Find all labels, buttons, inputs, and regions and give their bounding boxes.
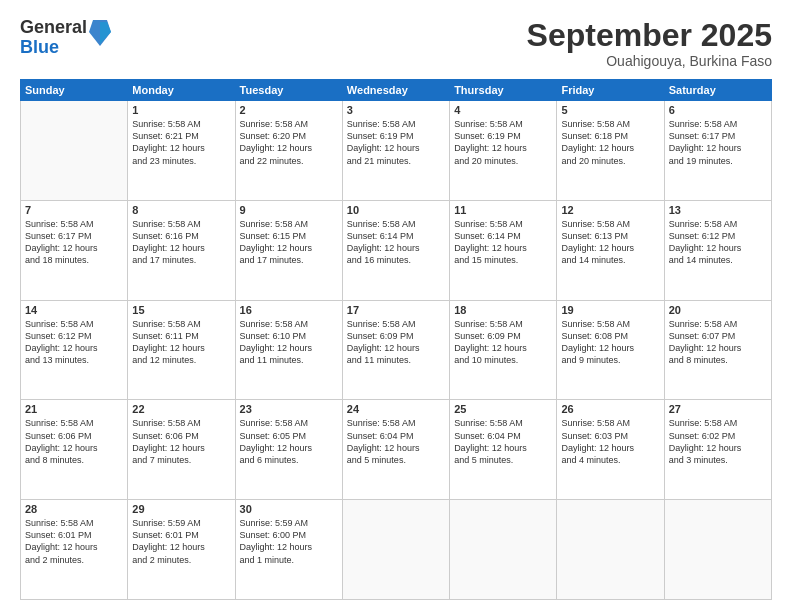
- table-row: 29Sunrise: 5:59 AM Sunset: 6:01 PM Dayli…: [128, 500, 235, 600]
- day-number: 28: [25, 503, 123, 515]
- col-wednesday: Wednesday: [342, 80, 449, 101]
- calendar-table: Sunday Monday Tuesday Wednesday Thursday…: [20, 79, 772, 600]
- title-block: September 2025 Ouahigouya, Burkina Faso: [527, 18, 772, 69]
- table-row: 4Sunrise: 5:58 AM Sunset: 6:19 PM Daylig…: [450, 101, 557, 201]
- calendar-week-row: 28Sunrise: 5:58 AM Sunset: 6:01 PM Dayli…: [21, 500, 772, 600]
- day-number: 21: [25, 403, 123, 415]
- day-number: 4: [454, 104, 552, 116]
- table-row: 21Sunrise: 5:58 AM Sunset: 6:06 PM Dayli…: [21, 400, 128, 500]
- cell-info: Sunrise: 5:59 AM Sunset: 6:00 PM Dayligh…: [240, 517, 338, 566]
- col-sunday: Sunday: [21, 80, 128, 101]
- day-number: 16: [240, 304, 338, 316]
- cell-info: Sunrise: 5:58 AM Sunset: 6:02 PM Dayligh…: [669, 417, 767, 466]
- table-row: 24Sunrise: 5:58 AM Sunset: 6:04 PM Dayli…: [342, 400, 449, 500]
- cell-info: Sunrise: 5:58 AM Sunset: 6:04 PM Dayligh…: [454, 417, 552, 466]
- cell-info: Sunrise: 5:58 AM Sunset: 6:06 PM Dayligh…: [132, 417, 230, 466]
- table-row: 22Sunrise: 5:58 AM Sunset: 6:06 PM Dayli…: [128, 400, 235, 500]
- table-row: [342, 500, 449, 600]
- cell-info: Sunrise: 5:59 AM Sunset: 6:01 PM Dayligh…: [132, 517, 230, 566]
- cell-info: Sunrise: 5:58 AM Sunset: 6:12 PM Dayligh…: [669, 218, 767, 267]
- table-row: 17Sunrise: 5:58 AM Sunset: 6:09 PM Dayli…: [342, 300, 449, 400]
- calendar-header-row: Sunday Monday Tuesday Wednesday Thursday…: [21, 80, 772, 101]
- table-row: [664, 500, 771, 600]
- day-number: 6: [669, 104, 767, 116]
- table-row: 19Sunrise: 5:58 AM Sunset: 6:08 PM Dayli…: [557, 300, 664, 400]
- day-number: 12: [561, 204, 659, 216]
- location: Ouahigouya, Burkina Faso: [527, 53, 772, 69]
- table-row: 1Sunrise: 5:58 AM Sunset: 6:21 PM Daylig…: [128, 101, 235, 201]
- table-row: 13Sunrise: 5:58 AM Sunset: 6:12 PM Dayli…: [664, 200, 771, 300]
- cell-info: Sunrise: 5:58 AM Sunset: 6:04 PM Dayligh…: [347, 417, 445, 466]
- cell-info: Sunrise: 5:58 AM Sunset: 6:17 PM Dayligh…: [25, 218, 123, 267]
- table-row: 9Sunrise: 5:58 AM Sunset: 6:15 PM Daylig…: [235, 200, 342, 300]
- table-row: 25Sunrise: 5:58 AM Sunset: 6:04 PM Dayli…: [450, 400, 557, 500]
- col-tuesday: Tuesday: [235, 80, 342, 101]
- day-number: 5: [561, 104, 659, 116]
- day-number: 26: [561, 403, 659, 415]
- cell-info: Sunrise: 5:58 AM Sunset: 6:15 PM Dayligh…: [240, 218, 338, 267]
- logo: General Blue: [20, 18, 111, 58]
- table-row: [21, 101, 128, 201]
- day-number: 11: [454, 204, 552, 216]
- table-row: 5Sunrise: 5:58 AM Sunset: 6:18 PM Daylig…: [557, 101, 664, 201]
- day-number: 1: [132, 104, 230, 116]
- table-row: 20Sunrise: 5:58 AM Sunset: 6:07 PM Dayli…: [664, 300, 771, 400]
- calendar-week-row: 14Sunrise: 5:58 AM Sunset: 6:12 PM Dayli…: [21, 300, 772, 400]
- cell-info: Sunrise: 5:58 AM Sunset: 6:07 PM Dayligh…: [669, 318, 767, 367]
- table-row: 14Sunrise: 5:58 AM Sunset: 6:12 PM Dayli…: [21, 300, 128, 400]
- table-row: 16Sunrise: 5:58 AM Sunset: 6:10 PM Dayli…: [235, 300, 342, 400]
- day-number: 23: [240, 403, 338, 415]
- table-row: 8Sunrise: 5:58 AM Sunset: 6:16 PM Daylig…: [128, 200, 235, 300]
- day-number: 19: [561, 304, 659, 316]
- day-number: 9: [240, 204, 338, 216]
- cell-info: Sunrise: 5:58 AM Sunset: 6:18 PM Dayligh…: [561, 118, 659, 167]
- day-number: 27: [669, 403, 767, 415]
- calendar-week-row: 21Sunrise: 5:58 AM Sunset: 6:06 PM Dayli…: [21, 400, 772, 500]
- cell-info: Sunrise: 5:58 AM Sunset: 6:08 PM Dayligh…: [561, 318, 659, 367]
- day-number: 25: [454, 403, 552, 415]
- table-row: 7Sunrise: 5:58 AM Sunset: 6:17 PM Daylig…: [21, 200, 128, 300]
- calendar-week-row: 7Sunrise: 5:58 AM Sunset: 6:17 PM Daylig…: [21, 200, 772, 300]
- header: General Blue September 2025 Ouahigouya, …: [20, 18, 772, 69]
- table-row: [450, 500, 557, 600]
- day-number: 3: [347, 104, 445, 116]
- cell-info: Sunrise: 5:58 AM Sunset: 6:13 PM Dayligh…: [561, 218, 659, 267]
- cell-info: Sunrise: 5:58 AM Sunset: 6:05 PM Dayligh…: [240, 417, 338, 466]
- logo-text: General Blue: [20, 18, 87, 58]
- cell-info: Sunrise: 5:58 AM Sunset: 6:03 PM Dayligh…: [561, 417, 659, 466]
- cell-info: Sunrise: 5:58 AM Sunset: 6:19 PM Dayligh…: [454, 118, 552, 167]
- day-number: 30: [240, 503, 338, 515]
- cell-info: Sunrise: 5:58 AM Sunset: 6:19 PM Dayligh…: [347, 118, 445, 167]
- day-number: 29: [132, 503, 230, 515]
- cell-info: Sunrise: 5:58 AM Sunset: 6:17 PM Dayligh…: [669, 118, 767, 167]
- cell-info: Sunrise: 5:58 AM Sunset: 6:09 PM Dayligh…: [347, 318, 445, 367]
- cell-info: Sunrise: 5:58 AM Sunset: 6:16 PM Dayligh…: [132, 218, 230, 267]
- page: General Blue September 2025 Ouahigouya, …: [0, 0, 792, 612]
- table-row: 26Sunrise: 5:58 AM Sunset: 6:03 PM Dayli…: [557, 400, 664, 500]
- day-number: 20: [669, 304, 767, 316]
- cell-info: Sunrise: 5:58 AM Sunset: 6:14 PM Dayligh…: [347, 218, 445, 267]
- table-row: 15Sunrise: 5:58 AM Sunset: 6:11 PM Dayli…: [128, 300, 235, 400]
- cell-info: Sunrise: 5:58 AM Sunset: 6:01 PM Dayligh…: [25, 517, 123, 566]
- table-row: 12Sunrise: 5:58 AM Sunset: 6:13 PM Dayli…: [557, 200, 664, 300]
- day-number: 7: [25, 204, 123, 216]
- col-thursday: Thursday: [450, 80, 557, 101]
- day-number: 22: [132, 403, 230, 415]
- day-number: 14: [25, 304, 123, 316]
- table-row: 10Sunrise: 5:58 AM Sunset: 6:14 PM Dayli…: [342, 200, 449, 300]
- day-number: 18: [454, 304, 552, 316]
- table-row: 6Sunrise: 5:58 AM Sunset: 6:17 PM Daylig…: [664, 101, 771, 201]
- cell-info: Sunrise: 5:58 AM Sunset: 6:12 PM Dayligh…: [25, 318, 123, 367]
- day-number: 10: [347, 204, 445, 216]
- cell-info: Sunrise: 5:58 AM Sunset: 6:21 PM Dayligh…: [132, 118, 230, 167]
- day-number: 17: [347, 304, 445, 316]
- col-monday: Monday: [128, 80, 235, 101]
- col-saturday: Saturday: [664, 80, 771, 101]
- table-row: 28Sunrise: 5:58 AM Sunset: 6:01 PM Dayli…: [21, 500, 128, 600]
- table-row: 23Sunrise: 5:58 AM Sunset: 6:05 PM Dayli…: [235, 400, 342, 500]
- table-row: 11Sunrise: 5:58 AM Sunset: 6:14 PM Dayli…: [450, 200, 557, 300]
- month-title: September 2025: [527, 18, 772, 53]
- cell-info: Sunrise: 5:58 AM Sunset: 6:11 PM Dayligh…: [132, 318, 230, 367]
- svg-marker-1: [100, 22, 111, 44]
- table-row: 2Sunrise: 5:58 AM Sunset: 6:20 PM Daylig…: [235, 101, 342, 201]
